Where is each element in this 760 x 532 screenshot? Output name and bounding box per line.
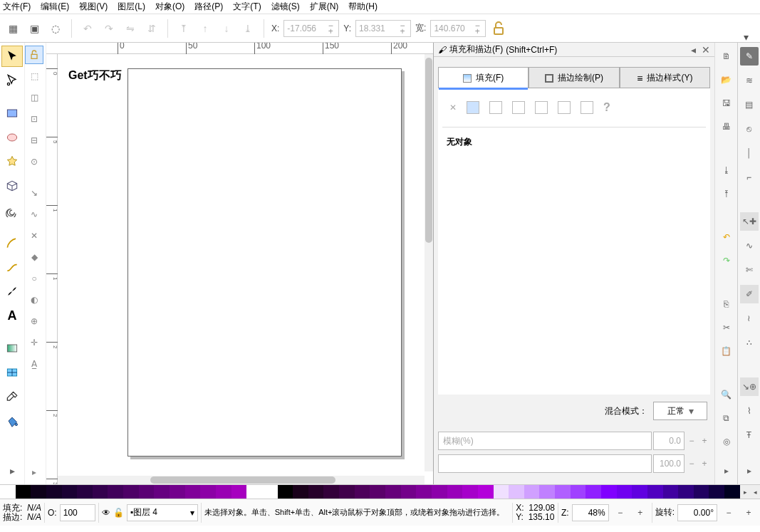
lower-bottom-icon[interactable]: ⤓: [239, 20, 256, 37]
tab-stroke-paint[interactable]: 描边绘制(P): [529, 67, 619, 88]
snap-inters-icon[interactable]: ✕: [25, 226, 43, 245]
paint-linear-icon[interactable]: [489, 101, 502, 114]
snap-path-icon[interactable]: ∿: [25, 205, 43, 224]
rot-plus-icon[interactable]: +: [740, 504, 757, 521]
snap-bbox-icon[interactable]: ⬚: [25, 67, 43, 85]
calligraphy-tool[interactable]: [1, 281, 23, 302]
tab-fill[interactable]: 填充(F): [438, 67, 529, 88]
canvas[interactable]: Get巧不巧: [58, 54, 433, 484]
palette-swatch[interactable]: [524, 485, 540, 499]
paint-unknown-icon[interactable]: ?: [603, 101, 610, 114]
ruler-vertical[interactable]: 0 5 1 1 2 2 3: [46, 54, 58, 484]
palette-swatch[interactable]: [231, 485, 247, 499]
snap-midpoint-icon[interactable]: ⊟: [25, 131, 43, 150]
palette-swatch[interactable]: [601, 485, 617, 499]
selector-tool[interactable]: [1, 46, 23, 67]
opacity-minus-icon[interactable]: −: [686, 454, 697, 473]
snap-obj-center-icon[interactable]: ⊕: [25, 312, 43, 330]
paint-radial-icon[interactable]: [512, 101, 525, 114]
palette-swatch[interactable]: [16, 485, 31, 499]
menu-file[interactable]: 文件(F): [3, 1, 31, 13]
layer-selector[interactable]: ▪图层 4▾: [127, 504, 198, 521]
undo-icon[interactable]: ↶: [717, 228, 736, 246]
path-sub-icon[interactable]: ∿: [740, 236, 759, 255]
print-icon[interactable]: 🖶: [717, 118, 736, 136]
y-input[interactable]: 18.331−+: [355, 20, 411, 37]
text-object[interactable]: Get巧不巧: [68, 68, 122, 83]
palette-swatch[interactable]: [432, 485, 447, 499]
layers-dialog-icon[interactable]: ▤: [740, 95, 759, 114]
palette-swatch[interactable]: [571, 485, 586, 499]
lpe-icon[interactable]: ⌇: [740, 402, 759, 420]
palette-swatch[interactable]: [308, 485, 324, 499]
palette-swatch[interactable]: [200, 485, 216, 499]
palette-swatch[interactable]: [447, 485, 463, 499]
bezier-tool[interactable]: [1, 256, 23, 278]
xml-dialog-icon[interactable]: ⎋: [740, 120, 759, 138]
snap-expand-icon[interactable]: ▸: [25, 463, 43, 481]
flip-h-icon[interactable]: ⇋: [122, 20, 139, 37]
rot-minus-icon[interactable]: −: [720, 504, 737, 521]
paint-flat-icon[interactable]: [467, 101, 479, 114]
snap-edges-icon[interactable]: ◫: [25, 88, 43, 107]
new-doc-icon[interactable]: 🗎: [717, 47, 736, 65]
rotate-cw-icon[interactable]: ↷: [100, 20, 118, 37]
palette-swatch[interactable]: [709, 485, 724, 499]
pencil-tool[interactable]: [1, 232, 23, 254]
palette-swatch[interactable]: [385, 485, 401, 499]
palette-swatch[interactable]: [293, 485, 308, 499]
dropper-tool[interactable]: [1, 386, 23, 407]
palette-swatch[interactable]: [678, 485, 694, 499]
status-fill[interactable]: 填充: N/A 描边: N/A: [3, 504, 41, 522]
scissors-icon[interactable]: ✄: [740, 261, 759, 279]
palette-swatch[interactable]: [123, 485, 139, 499]
snap-nodes-icon[interactable]: ↘: [25, 184, 43, 202]
palette-swatch[interactable]: [0, 485, 16, 499]
connector-icon[interactable]: ↘⊕: [740, 377, 759, 396]
menu-edit[interactable]: 编辑(E): [41, 1, 69, 13]
menu-view[interactable]: 视图(V): [79, 1, 108, 13]
selector-sub-icon[interactable]: ↖✚: [740, 212, 759, 231]
snap-lock-icon[interactable]: [25, 46, 43, 64]
blur-minus-icon[interactable]: −: [686, 432, 697, 450]
palette-swatch[interactable]: [46, 485, 62, 499]
select-all-icon[interactable]: ▣: [26, 20, 43, 37]
panel-minimize-icon[interactable]: ◂: [691, 45, 696, 55]
palette-swatch[interactable]: [539, 485, 555, 499]
paint-swatch-icon[interactable]: [581, 101, 593, 114]
vertical-scrollbar[interactable]: [425, 54, 433, 471]
zoom-out-icon[interactable]: −: [612, 504, 629, 521]
palette-swatch[interactable]: [170, 485, 185, 499]
palette-swatch[interactable]: [154, 485, 170, 499]
snap-rot-center-icon[interactable]: ✛: [25, 333, 43, 352]
snap-text-icon[interactable]: A̲: [25, 355, 43, 373]
bucket-tool[interactable]: [1, 410, 23, 432]
box3d-tool[interactable]: [1, 175, 23, 197]
lock-icon[interactable]: [490, 20, 507, 37]
palette-swatch[interactable]: [370, 485, 385, 499]
zoom-draw-icon[interactable]: ⧉: [717, 409, 736, 427]
palette-swatch[interactable]: [462, 485, 478, 499]
flip-v-icon[interactable]: ⇵: [143, 20, 160, 37]
zoom-sel-icon[interactable]: 🔍: [717, 385, 736, 403]
panel-close-icon[interactable]: ✕: [702, 45, 710, 55]
palette-swatch[interactable]: [62, 485, 78, 499]
deselect-icon[interactable]: ◌: [47, 20, 64, 37]
blur-slider[interactable]: 模糊(%): [438, 432, 652, 450]
palette-swatch[interactable]: [509, 485, 524, 499]
snap-corners-icon[interactable]: ⊡: [25, 110, 43, 128]
status-opacity-input[interactable]: 100: [60, 504, 95, 521]
objprops-dialog-icon[interactable]: ≋: [740, 71, 759, 90]
palette-swatch[interactable]: [632, 485, 647, 499]
spray-icon[interactable]: ∴: [740, 333, 759, 352]
pen-sub-icon[interactable]: ✐: [740, 285, 759, 303]
snap-center-icon[interactable]: ⊙: [25, 152, 43, 171]
menu-object[interactable]: 对象(O): [155, 1, 184, 13]
x-input[interactable]: -17.056−+: [283, 20, 339, 37]
paint-mesh-icon[interactable]: [535, 101, 548, 114]
palette-swatch[interactable]: [31, 485, 46, 499]
select-all-layers-icon[interactable]: ▦: [4, 20, 21, 37]
palette-swatch[interactable]: [555, 485, 571, 499]
spiral-tool[interactable]: [1, 199, 23, 221]
tab-stroke-style[interactable]: ≡描边样式(Y): [620, 67, 710, 88]
